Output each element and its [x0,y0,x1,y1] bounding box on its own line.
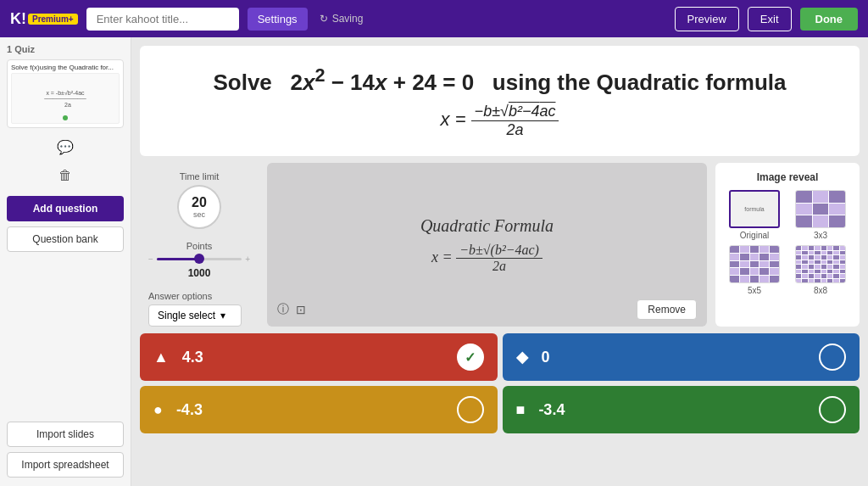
select-value: Single select [158,310,215,321]
answer-shape-2: ◆ [516,348,528,366]
import-spreadsheet-button[interactable]: Import spreadsheet [7,452,124,478]
answer-text-2: 0 [542,349,550,366]
question-preview-thumb: x = -b±√b²-4ac────────── 2a [11,73,120,124]
add-question-button[interactable]: Add question [7,196,124,221]
info-icon-button[interactable]: ⓘ [277,302,289,317]
answer-option-2[interactable]: ◆ 0 [503,333,860,381]
time-limit-group: Time limit 20 sec [140,171,259,229]
saving-label: Saving [332,13,364,25]
answers-grid: ▲ 4.3 ✓ ◆ 0 ● -4.3 [140,333,860,433]
answer-check-2[interactable] [819,344,846,371]
answer-options-label: Answer options [148,291,212,301]
question-title: Solve 2x2 − 14x + 24 = 0 using the Quadr… [213,63,786,98]
image-reveal-title: Image reveal [724,171,851,183]
reveal-thumb-8x8 [795,245,846,283]
image-formula: x = −b±√(b²−4ac) 2a [420,243,554,274]
image-reveal-panel: Image reveal formula Original [715,163,860,327]
content-area: Solve 2x2 − 14x + 24 = 0 using the Quadr… [131,37,868,486]
reveal-thumb-3x3 [795,190,846,228]
points-label: Points [186,241,213,251]
question-formula: x = −b±√b²−4ac 2a [441,103,559,139]
answer-shape-1: ▲ [153,349,169,366]
chat-icon[interactable]: 💬 [53,135,77,159]
reveal-8x8[interactable]: 8x8 [790,245,851,295]
image-actions: ⓘ ⊡ Remove [267,299,707,320]
reveal-thumb-original: formula [729,190,780,228]
logo-k: K! [10,10,26,28]
reveal-thumb-5x5 [729,245,780,283]
navbar: K! Premium+ Settings ↻ Saving Preview Ex… [0,0,868,37]
slider-thumb[interactable] [194,254,204,264]
image-panel: Quadratic Formula x = −b±√(b²−4ac) 2a ⓘ … [267,163,707,327]
question-preview-card[interactable]: Solve f(x)using the Quadratic for... x =… [7,59,124,128]
logo-premium: Premium+ [28,14,78,25]
answer-text-4: -3.4 [538,401,565,419]
quiz-label: 1 Quiz [7,44,124,54]
question-preview-title: Solve f(x)using the Quadratic for... [11,64,120,71]
question-dot [63,115,68,120]
answer-type-select[interactable]: Single select ▾ [148,304,242,327]
reveal-label-3x3: 3x3 [814,231,827,240]
answer-check-4[interactable] [819,396,846,423]
answer-options-group: Answer options Single select ▾ [140,291,259,327]
chevron-down-icon: ▾ [220,310,225,321]
sidebar-bottom: Import slides Import spreadsheet [7,422,124,478]
controls-panel: Time limit 20 sec Points − + [140,163,259,327]
settings-button[interactable]: Settings [248,8,308,31]
sidebar: 1 Quiz Solve f(x)using the Quadratic for… [0,37,131,486]
reveal-original[interactable]: formula Original [724,190,785,240]
trash-icon[interactable]: 🗑 [53,164,77,187]
navbar-right: Preview Exit Done [675,7,858,31]
reveal-label-original: Original [740,231,769,240]
answer-shape-3: ● [153,401,163,419]
main-layout: 1 Quiz Solve f(x)using the Quadratic for… [0,37,868,486]
sidebar-icons: 💬 🗑 [7,135,124,187]
answer-text-3: -4.3 [176,401,203,419]
slider-fill [157,258,199,260]
saving-indicator: ↻ Saving [320,13,364,25]
image-content: Quadratic Formula x = −b±√(b²−4ac) 2a [420,216,554,274]
image-formula-title: Quadratic Formula [420,216,554,236]
import-slides-button[interactable]: Import slides [7,422,124,447]
remove-image-button[interactable]: Remove [637,299,697,320]
saving-icon: ↻ [320,13,328,25]
answer-text-wrapper-1: ▲ 4.3 [153,349,203,366]
exit-button[interactable]: Exit [748,7,792,31]
answer-option-1[interactable]: ▲ 4.3 ✓ [140,333,498,381]
reveal-label-8x8: 8x8 [814,286,827,295]
reveal-label-5x5: 5x5 [748,286,761,295]
time-unit: sec [193,210,205,219]
title-input[interactable] [86,8,239,31]
done-button[interactable]: Done [800,8,859,31]
question-bank-button[interactable]: Question bank [7,226,124,252]
answer-check-1[interactable]: ✓ [457,344,484,371]
answer-check-3[interactable] [457,396,484,423]
answer-option-3[interactable]: ● -4.3 [140,386,498,433]
answer-shape-4: ■ [516,401,526,419]
points-group: Points − + 1000 [140,241,259,279]
reveal-5x5[interactable]: 5x5 [724,245,785,295]
answer-option-4[interactable]: ■ -3.4 [503,386,860,433]
answer-text-wrapper-3: ● -4.3 [153,401,203,419]
time-limit-label: Time limit [180,171,220,182]
question-header: Solve 2x2 − 14x + 24 = 0 using the Quadr… [140,46,860,156]
points-value: 1000 [185,267,214,279]
answer-text-1: 4.3 [182,349,203,366]
slider-max-icon: + [245,254,250,264]
question-body: Time limit 20 sec Points − + [140,163,860,327]
preview-button[interactable]: Preview [675,7,739,31]
logo: K! Premium+ [10,10,78,28]
reveal-3x3[interactable]: 3x3 [790,190,851,240]
slider-track[interactable] [157,258,242,260]
time-circle[interactable]: 20 sec [177,185,221,229]
crop-icon-button[interactable]: ⊡ [296,302,306,317]
answer-text-wrapper-2: ◆ 0 [516,348,550,366]
time-value: 20 [192,195,207,210]
reveal-grid: formula Original 3x3 [724,190,851,295]
answer-text-wrapper-4: ■ -3.4 [516,401,565,419]
slider-min-icon: − [148,254,153,264]
points-slider-container[interactable]: − + [148,254,250,264]
